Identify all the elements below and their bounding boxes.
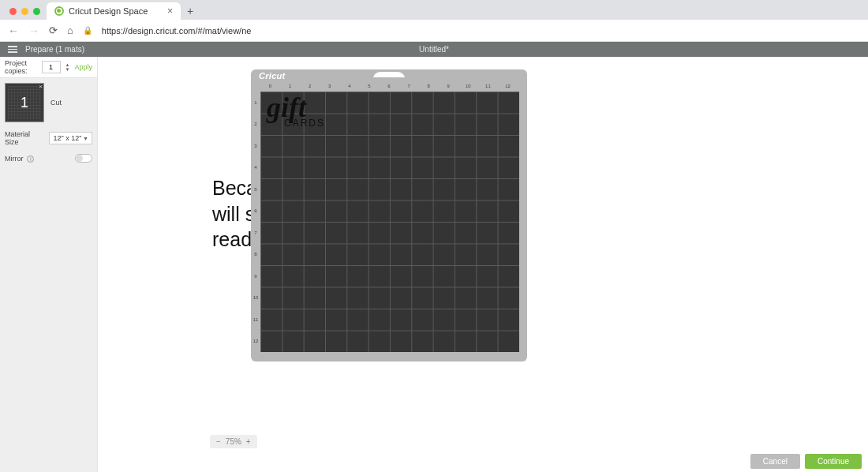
zoom-in-button[interactable]: + (246, 437, 251, 446)
mirror-row: Mirror i (0, 149, 97, 167)
mat-hang-tab-icon (372, 71, 406, 77)
ruler-tick: 0 (260, 84, 280, 92)
ruler-tick: 12 (251, 331, 260, 353)
mirror-toggle[interactable] (75, 154, 92, 163)
copies-stepper[interactable]: ▲▼ (65, 62, 70, 72)
cancel-button[interactable]: Cancel (750, 454, 800, 469)
mat-brand: Cricut (259, 71, 286, 81)
back-icon[interactable]: ← (8, 24, 19, 37)
cricut-favicon-icon (54, 6, 64, 16)
window-minimize-icon[interactable] (21, 8, 28, 15)
mat-number: 1 (21, 95, 28, 111)
zoom-control: − 75% + (210, 435, 257, 448)
zoom-out-button[interactable]: − (216, 437, 221, 446)
mat-thumb-close-icon[interactable]: × (39, 83, 43, 90)
ruler-tick: 5 (359, 84, 379, 92)
window-maximize-icon[interactable] (33, 8, 40, 15)
ruler-tick: 10 (458, 84, 478, 92)
mat-preview: Cricut 0 1 2 3 4 5 6 7 8 9 10 11 12 1 2 … (251, 69, 527, 361)
ruler-tick: 3 (251, 135, 260, 157)
window-controls (6, 8, 47, 20)
reload-icon[interactable]: ⟳ (49, 24, 58, 36)
design-on-mat[interactable]: gift CARDS (267, 96, 325, 129)
new-tab-button[interactable]: + (181, 2, 200, 20)
material-size-label: Material Size (5, 130, 44, 146)
material-size-select[interactable]: 12" x 12" ▼ (49, 132, 92, 144)
ruler-tick: 9 (439, 84, 458, 92)
ruler-left: 1 2 3 4 5 6 7 8 9 10 11 12 (251, 92, 260, 352)
ruler-tick: 12 (498, 84, 518, 92)
forward-icon[interactable]: → (28, 24, 39, 37)
ruler-tick: 11 (478, 84, 498, 92)
apply-button[interactable]: Apply (74, 63, 92, 71)
ruler-tick: 9 (251, 265, 260, 287)
project-copies-label: Project copies: (5, 59, 37, 75)
chevron-down-icon: ▼ (83, 136, 88, 141)
app-toolbar: Prepare (1 mats) Untitled* (0, 42, 868, 57)
ruler-tick: 6 (379, 84, 398, 92)
project-copies-row: Project copies: ▲▼ Apply (0, 57, 97, 78)
ruler-tick: 2 (251, 114, 260, 136)
ruler-tick: 7 (399, 84, 419, 92)
ruler-tick: 3 (320, 84, 339, 92)
ruler-tick: 8 (419, 84, 439, 92)
tab-title: Cricut Design Space (69, 6, 148, 16)
ruler-tick: 11 (251, 309, 260, 331)
ruler-tick: 8 (251, 244, 260, 266)
mat-thumbnail[interactable]: × 1 (5, 83, 44, 122)
url-text[interactable]: https://design.cricut.com/#/mat/view/ne (102, 26, 252, 36)
tab-close-icon[interactable]: × (167, 6, 173, 17)
browser-tab[interactable]: Cricut Design Space × (47, 2, 181, 20)
zoom-value: 75% (226, 437, 241, 446)
sidebar: Project copies: ▲▼ Apply × 1 Cut Materia… (0, 57, 98, 472)
browser-tab-strip: Cricut Design Space × + (0, 0, 868, 20)
ruler-tick: 4 (251, 157, 260, 179)
ruler-tick: 2 (300, 84, 320, 92)
home-icon[interactable]: ⌂ (67, 24, 73, 36)
material-size-row: Material Size 12" x 12" ▼ (0, 127, 97, 149)
info-icon[interactable]: i (27, 155, 34, 163)
ruler-tick: 5 (251, 178, 260, 200)
ruler-tick: 7 (251, 222, 260, 244)
prepare-title: Prepare (1 mats) (25, 45, 84, 54)
mat-grid[interactable]: gift CARDS (260, 92, 519, 352)
design-word-cards: CARDS (284, 118, 325, 129)
ruler-tick: 10 (251, 287, 260, 309)
workspace: Project copies: ▲▼ Apply × 1 Cut Materia… (0, 57, 868, 472)
mirror-label: Mirror (5, 155, 24, 163)
ruler-top: 0 1 2 3 4 5 6 7 8 9 10 11 12 (260, 84, 518, 92)
design-word-gift: gift (267, 96, 325, 119)
project-name: Untitled* (419, 45, 449, 54)
material-size-value: 12" x 12" (53, 134, 81, 142)
cut-label: Cut (51, 99, 62, 107)
continue-button[interactable]: Continue (805, 454, 862, 469)
lock-icon: 🔒 (83, 26, 92, 35)
ruler-tick: 1 (251, 92, 260, 114)
ruler-tick: 4 (339, 84, 359, 92)
menu-icon[interactable] (8, 46, 17, 53)
project-copies-input[interactable] (42, 61, 61, 73)
ruler-tick: 6 (251, 200, 260, 223)
mat-thumbnail-row: × 1 Cut (0, 78, 97, 127)
footer-buttons: Cancel Continue (750, 454, 862, 469)
browser-toolbar: ← → ⟳ ⌂ 🔒 https://design.cricut.com/#/ma… (0, 20, 868, 42)
window-close-icon[interactable] (9, 8, 17, 15)
ruler-tick: 1 (280, 84, 300, 92)
